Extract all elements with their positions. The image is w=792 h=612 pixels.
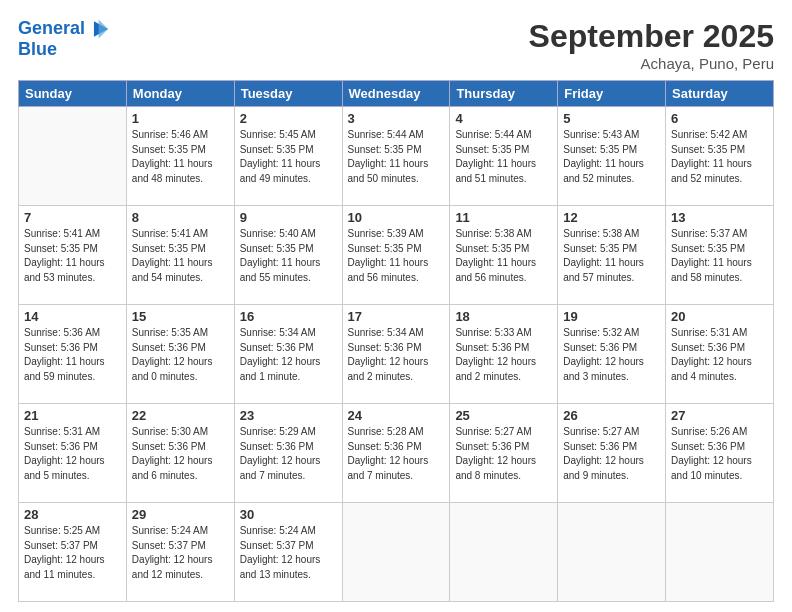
day-info: Sunrise: 5:28 AM Sunset: 5:36 PM Dayligh…	[348, 425, 445, 483]
day-number: 17	[348, 309, 445, 324]
day-cell: 10Sunrise: 5:39 AM Sunset: 5:35 PM Dayli…	[342, 206, 450, 305]
day-number: 1	[132, 111, 229, 126]
day-cell: 30Sunrise: 5:24 AM Sunset: 5:37 PM Dayli…	[234, 503, 342, 602]
day-info: Sunrise: 5:31 AM Sunset: 5:36 PM Dayligh…	[671, 326, 768, 384]
week-row-3: 14Sunrise: 5:36 AM Sunset: 5:36 PM Dayli…	[19, 305, 774, 404]
day-info: Sunrise: 5:36 AM Sunset: 5:36 PM Dayligh…	[24, 326, 121, 384]
day-number: 21	[24, 408, 121, 423]
day-info: Sunrise: 5:42 AM Sunset: 5:35 PM Dayligh…	[671, 128, 768, 186]
day-info: Sunrise: 5:31 AM Sunset: 5:36 PM Dayligh…	[24, 425, 121, 483]
day-cell: 17Sunrise: 5:34 AM Sunset: 5:36 PM Dayli…	[342, 305, 450, 404]
day-cell: 24Sunrise: 5:28 AM Sunset: 5:36 PM Dayli…	[342, 404, 450, 503]
logo-text: General	[18, 18, 112, 40]
day-number: 30	[240, 507, 337, 522]
day-cell: 19Sunrise: 5:32 AM Sunset: 5:36 PM Dayli…	[558, 305, 666, 404]
day-cell: 28Sunrise: 5:25 AM Sunset: 5:37 PM Dayli…	[19, 503, 127, 602]
day-info: Sunrise: 5:32 AM Sunset: 5:36 PM Dayligh…	[563, 326, 660, 384]
col-header-sunday: Sunday	[19, 81, 127, 107]
day-number: 20	[671, 309, 768, 324]
day-info: Sunrise: 5:33 AM Sunset: 5:36 PM Dayligh…	[455, 326, 552, 384]
day-number: 16	[240, 309, 337, 324]
day-info: Sunrise: 5:25 AM Sunset: 5:37 PM Dayligh…	[24, 524, 121, 582]
day-info: Sunrise: 5:44 AM Sunset: 5:35 PM Dayligh…	[348, 128, 445, 186]
day-number: 18	[455, 309, 552, 324]
day-number: 5	[563, 111, 660, 126]
day-cell: 5Sunrise: 5:43 AM Sunset: 5:35 PM Daylig…	[558, 107, 666, 206]
day-cell	[342, 503, 450, 602]
day-number: 25	[455, 408, 552, 423]
day-info: Sunrise: 5:24 AM Sunset: 5:37 PM Dayligh…	[240, 524, 337, 582]
day-cell: 12Sunrise: 5:38 AM Sunset: 5:35 PM Dayli…	[558, 206, 666, 305]
day-cell: 26Sunrise: 5:27 AM Sunset: 5:36 PM Dayli…	[558, 404, 666, 503]
day-number: 6	[671, 111, 768, 126]
day-number: 27	[671, 408, 768, 423]
day-info: Sunrise: 5:29 AM Sunset: 5:36 PM Dayligh…	[240, 425, 337, 483]
week-row-5: 28Sunrise: 5:25 AM Sunset: 5:37 PM Dayli…	[19, 503, 774, 602]
day-info: Sunrise: 5:24 AM Sunset: 5:37 PM Dayligh…	[132, 524, 229, 582]
day-number: 10	[348, 210, 445, 225]
day-cell	[19, 107, 127, 206]
day-info: Sunrise: 5:35 AM Sunset: 5:36 PM Dayligh…	[132, 326, 229, 384]
day-info: Sunrise: 5:37 AM Sunset: 5:35 PM Dayligh…	[671, 227, 768, 285]
day-number: 15	[132, 309, 229, 324]
day-number: 4	[455, 111, 552, 126]
day-cell: 25Sunrise: 5:27 AM Sunset: 5:36 PM Dayli…	[450, 404, 558, 503]
day-info: Sunrise: 5:41 AM Sunset: 5:35 PM Dayligh…	[24, 227, 121, 285]
day-info: Sunrise: 5:34 AM Sunset: 5:36 PM Dayligh…	[348, 326, 445, 384]
day-number: 28	[24, 507, 121, 522]
day-cell: 1Sunrise: 5:46 AM Sunset: 5:35 PM Daylig…	[126, 107, 234, 206]
day-number: 9	[240, 210, 337, 225]
title-block: September 2025 Achaya, Puno, Peru	[529, 18, 774, 72]
day-number: 19	[563, 309, 660, 324]
day-cell: 14Sunrise: 5:36 AM Sunset: 5:36 PM Dayli…	[19, 305, 127, 404]
logo: General Blue	[18, 18, 112, 60]
svg-marker-1	[99, 20, 108, 39]
day-cell: 7Sunrise: 5:41 AM Sunset: 5:35 PM Daylig…	[19, 206, 127, 305]
col-header-wednesday: Wednesday	[342, 81, 450, 107]
day-number: 7	[24, 210, 121, 225]
day-cell: 16Sunrise: 5:34 AM Sunset: 5:36 PM Dayli…	[234, 305, 342, 404]
day-cell	[666, 503, 774, 602]
day-number: 14	[24, 309, 121, 324]
week-row-2: 7Sunrise: 5:41 AM Sunset: 5:35 PM Daylig…	[19, 206, 774, 305]
day-number: 26	[563, 408, 660, 423]
day-info: Sunrise: 5:38 AM Sunset: 5:35 PM Dayligh…	[563, 227, 660, 285]
day-info: Sunrise: 5:34 AM Sunset: 5:36 PM Dayligh…	[240, 326, 337, 384]
day-cell: 27Sunrise: 5:26 AM Sunset: 5:36 PM Dayli…	[666, 404, 774, 503]
day-cell: 4Sunrise: 5:44 AM Sunset: 5:35 PM Daylig…	[450, 107, 558, 206]
day-info: Sunrise: 5:26 AM Sunset: 5:36 PM Dayligh…	[671, 425, 768, 483]
day-cell: 6Sunrise: 5:42 AM Sunset: 5:35 PM Daylig…	[666, 107, 774, 206]
calendar-page: General Blue September 2025 Achaya, Puno…	[0, 0, 792, 612]
day-cell: 2Sunrise: 5:45 AM Sunset: 5:35 PM Daylig…	[234, 107, 342, 206]
day-info: Sunrise: 5:27 AM Sunset: 5:36 PM Dayligh…	[563, 425, 660, 483]
month-title: September 2025	[529, 18, 774, 55]
day-cell: 3Sunrise: 5:44 AM Sunset: 5:35 PM Daylig…	[342, 107, 450, 206]
day-info: Sunrise: 5:41 AM Sunset: 5:35 PM Dayligh…	[132, 227, 229, 285]
calendar-header: General Blue September 2025 Achaya, Puno…	[18, 18, 774, 72]
day-info: Sunrise: 5:30 AM Sunset: 5:36 PM Dayligh…	[132, 425, 229, 483]
day-cell: 21Sunrise: 5:31 AM Sunset: 5:36 PM Dayli…	[19, 404, 127, 503]
day-info: Sunrise: 5:40 AM Sunset: 5:35 PM Dayligh…	[240, 227, 337, 285]
day-number: 13	[671, 210, 768, 225]
day-number: 8	[132, 210, 229, 225]
location-title: Achaya, Puno, Peru	[529, 55, 774, 72]
day-number: 29	[132, 507, 229, 522]
day-info: Sunrise: 5:45 AM Sunset: 5:35 PM Dayligh…	[240, 128, 337, 186]
day-number: 12	[563, 210, 660, 225]
col-header-saturday: Saturday	[666, 81, 774, 107]
day-cell: 23Sunrise: 5:29 AM Sunset: 5:36 PM Dayli…	[234, 404, 342, 503]
day-cell: 18Sunrise: 5:33 AM Sunset: 5:36 PM Dayli…	[450, 305, 558, 404]
day-info: Sunrise: 5:39 AM Sunset: 5:35 PM Dayligh…	[348, 227, 445, 285]
day-cell: 8Sunrise: 5:41 AM Sunset: 5:35 PM Daylig…	[126, 206, 234, 305]
day-number: 22	[132, 408, 229, 423]
day-number: 11	[455, 210, 552, 225]
week-row-4: 21Sunrise: 5:31 AM Sunset: 5:36 PM Dayli…	[19, 404, 774, 503]
day-number: 23	[240, 408, 337, 423]
day-cell: 22Sunrise: 5:30 AM Sunset: 5:36 PM Dayli…	[126, 404, 234, 503]
header-row: SundayMondayTuesdayWednesdayThursdayFrid…	[19, 81, 774, 107]
week-row-1: 1Sunrise: 5:46 AM Sunset: 5:35 PM Daylig…	[19, 107, 774, 206]
day-number: 3	[348, 111, 445, 126]
day-cell: 29Sunrise: 5:24 AM Sunset: 5:37 PM Dayli…	[126, 503, 234, 602]
day-cell	[558, 503, 666, 602]
col-header-tuesday: Tuesday	[234, 81, 342, 107]
